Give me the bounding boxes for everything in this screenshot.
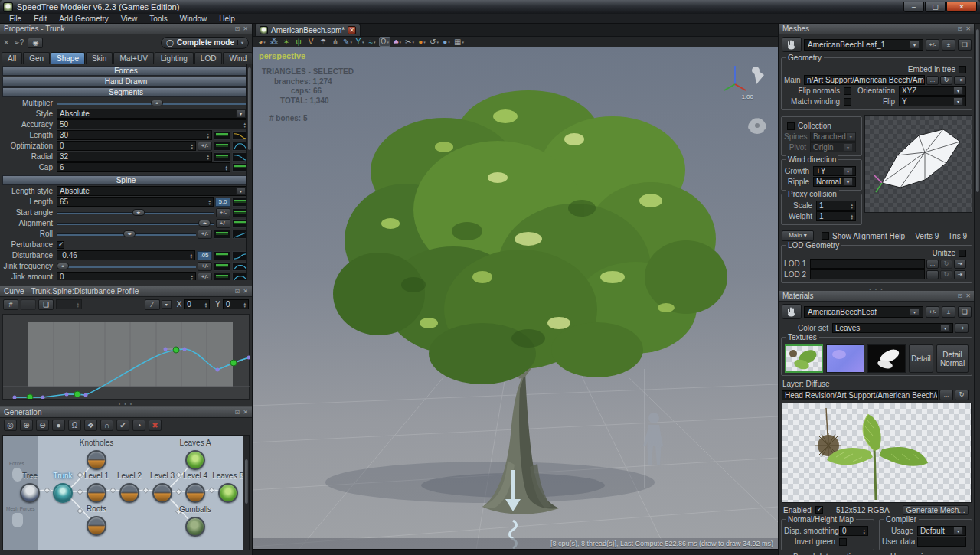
refresh-icon[interactable]: ↻ <box>940 260 952 269</box>
document-tab[interactable]: AmericanBeech.spm* ✕ <box>255 24 361 36</box>
cap-input[interactable]: 6 <box>57 162 230 172</box>
tab-matuv[interactable]: Mat+UV <box>113 52 153 64</box>
spinner[interactable] <box>208 199 211 205</box>
node-trunk[interactable] <box>53 483 73 503</box>
meshes-header[interactable]: Meshes ⊡✕ <box>779 24 975 34</box>
spinner[interactable] <box>205 302 207 308</box>
refresh-icon[interactable]: ↻ <box>940 76 952 85</box>
spinner[interactable] <box>77 302 79 308</box>
profile-thumb[interactable] <box>214 142 230 151</box>
add-node-icon[interactable]: ⊕ <box>20 420 33 431</box>
diffuse-texture-thumb[interactable] <box>785 344 823 373</box>
plusminus-button[interactable]: +/- <box>216 208 230 217</box>
section-segments[interactable]: Segments <box>2 87 250 97</box>
drag-hand-icon[interactable] <box>782 304 802 319</box>
chevron-down-icon[interactable] <box>236 187 246 195</box>
plusminus-button[interactable]: +/- <box>198 262 212 271</box>
curve-editor[interactable] <box>2 314 250 400</box>
tab-gen[interactable]: Gen <box>23 52 50 64</box>
alpha-texture-thumb[interactable] <box>867 344 906 373</box>
color-set-apply-icon[interactable]: ➜ <box>955 323 969 333</box>
ripple-dropdown[interactable]: Normal <box>813 177 856 187</box>
close-icon[interactable]: ✕ <box>243 409 248 416</box>
menu-help[interactable]: Help <box>213 14 241 24</box>
browse-button[interactable]: ... <box>926 76 939 85</box>
tab-skin[interactable]: Skin <box>86 52 113 64</box>
apply-icon[interactable]: ⇥ <box>954 76 966 85</box>
close-icon[interactable]: ✕ <box>243 25 248 32</box>
menu-window[interactable]: Window <box>174 14 214 24</box>
spinner[interactable] <box>191 274 193 280</box>
node-leaves-b[interactable] <box>218 483 238 503</box>
node-level2[interactable] <box>119 483 139 503</box>
mesh-duplicate-button[interactable]: ❏ <box>958 39 972 51</box>
material-duplicate-button[interactable]: ❏ <box>958 306 972 318</box>
jink-frequency-slider[interactable] <box>57 261 196 271</box>
texture-path-field[interactable]: Head Revision/Art Support/American Beech… <box>782 390 938 400</box>
camera-tool-icon[interactable]: ◕▾ <box>256 37 267 47</box>
plusminus-button[interactable]: +/- <box>198 273 212 281</box>
profile-thumb[interactable] <box>214 262 230 271</box>
profile-thumb[interactable] <box>214 131 230 140</box>
apply-icon[interactable]: ⇥ <box>954 270 966 279</box>
generate-mesh-button[interactable]: Generate Mesh... <box>903 505 969 515</box>
profile-thumb[interactable] <box>214 251 230 260</box>
generation-header[interactable]: Generation ⊡✕ <box>0 407 252 418</box>
close-icon[interactable]: ✕ <box>243 288 248 295</box>
start-angle-slider[interactable] <box>57 207 214 217</box>
mesh-plusminus-button[interactable]: +/- <box>926 39 939 51</box>
node-knotholes[interactable] <box>87 450 106 470</box>
menu-add-geometry[interactable]: Add Geometry <box>53 14 114 24</box>
flip-normals-checkbox[interactable] <box>844 87 851 95</box>
menu-tools[interactable]: Tools <box>143 14 173 24</box>
prune-tool-icon[interactable]: ✂▾ <box>404 37 415 47</box>
node-level3[interactable] <box>152 483 172 503</box>
variance-badge[interactable]: 5.0 <box>215 198 230 207</box>
float-icon[interactable]: ⊡ <box>958 25 963 32</box>
chevron-down-icon[interactable] <box>910 41 920 49</box>
spinner[interactable] <box>191 143 193 149</box>
check-icon[interactable]: ✔ <box>116 420 129 431</box>
wind-tool-icon[interactable]: ≈▾ <box>367 37 377 47</box>
undo-icon[interactable]: ↺▾ <box>429 37 439 47</box>
float-icon[interactable]: ⊡ <box>235 25 240 32</box>
delete-node-icon[interactable]: ✖ <box>149 420 162 431</box>
scale-input[interactable]: 1 <box>816 201 856 211</box>
node-roots[interactable] <box>87 516 106 536</box>
style-dropdown[interactable]: Absolute <box>57 109 249 119</box>
node-graph[interactable]: Forces Mesh Forces <box>2 435 250 550</box>
browse-button[interactable]: ... <box>926 270 939 279</box>
refresh-icon[interactable]: ↻ <box>955 390 969 400</box>
unitize-checkbox[interactable] <box>959 250 966 257</box>
tab-lighting[interactable]: Lighting <box>155 52 194 64</box>
menu-file[interactable]: File <box>3 14 28 24</box>
node-level4[interactable] <box>185 483 205 503</box>
spinner[interactable] <box>851 203 853 209</box>
lod2-path-field[interactable] <box>810 269 925 279</box>
variance-badge[interactable]: .05 <box>197 251 212 260</box>
invert-green-checkbox[interactable] <box>839 538 847 546</box>
chevron-down-icon[interactable] <box>953 527 963 535</box>
length-style-dropdown[interactable]: Absolute <box>57 186 249 196</box>
export-grid-icon[interactable]: ▦▾ <box>453 37 465 47</box>
diffuse-preview[interactable] <box>782 403 972 503</box>
accuracy-input[interactable]: 50 <box>57 119 249 129</box>
preview-main-dropdown[interactable]: Main ▾ <box>782 230 814 241</box>
eye-icon[interactable]: ◉ <box>28 38 43 48</box>
spinner[interactable] <box>225 165 227 171</box>
maximize-button[interactable]: ▢ <box>925 2 946 12</box>
spinner[interactable] <box>851 214 853 220</box>
match-winding-checkbox[interactable] <box>844 98 851 106</box>
detail-button[interactable]: Detail <box>909 344 933 373</box>
drag-hand-icon[interactable] <box>782 37 802 52</box>
tab-shape[interactable]: Shape <box>51 52 85 64</box>
material-dropdown[interactable]: AmericanBeechLeaf <box>804 306 923 318</box>
flip-dropdown[interactable]: Y <box>899 96 966 106</box>
normal-texture-thumb[interactable] <box>826 344 864 373</box>
spinner[interactable] <box>207 154 209 160</box>
canopy-tool-icon[interactable]: ☂ <box>318 37 328 47</box>
focus-icon[interactable]: ∩ <box>100 420 113 431</box>
weight-input[interactable]: 1 <box>816 211 856 221</box>
section-forces[interactable]: Forces <box>2 66 250 76</box>
chevron-down-icon[interactable] <box>843 167 853 175</box>
